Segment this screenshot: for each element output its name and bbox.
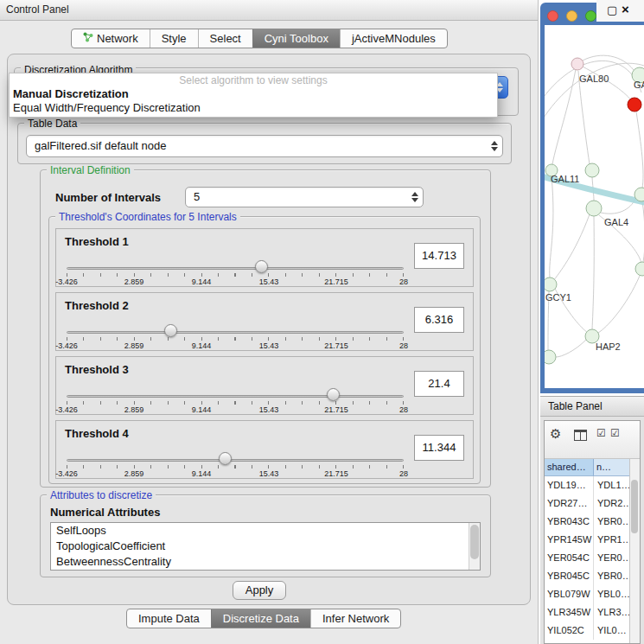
column-header-shared-name[interactable]: shared…	[545, 459, 594, 476]
cell: YBL0…	[595, 585, 629, 603]
cell: YER054C	[545, 549, 594, 567]
cell: YIL052C	[545, 622, 594, 640]
list-item[interactable]: SelfLoops	[51, 523, 480, 539]
attributes-group-title: Attributes to discretize	[47, 489, 156, 501]
table-data-combobox-value: galFiltered.sif default node	[35, 136, 166, 156]
gear-icon[interactable]: ⚙	[550, 426, 561, 442]
table-panel: ⚙ ☑ ☑ shared… n… YDL19…YDL1… YDR27…YDR2……	[540, 417, 644, 644]
scale-tick-label: -3.426	[55, 405, 78, 414]
scale-tick-label: 28	[399, 341, 408, 350]
panel-window-buttons: ▢ ×	[596, 0, 644, 22]
zoom-traffic-light[interactable]	[585, 10, 596, 22]
scale-tick-label: 2.859	[124, 277, 144, 286]
scale-tick-label: 9.144	[192, 405, 212, 414]
columns-icon[interactable]	[574, 430, 587, 441]
table-row[interactable]: YBR043CYBR0…	[545, 513, 629, 531]
num-intervals-label: Number of Intervals	[55, 191, 161, 204]
tab-jactivemnodules[interactable]: jActiveMNodules	[340, 29, 447, 48]
apply-button[interactable]: Apply	[233, 581, 286, 600]
tab-style[interactable]: Style	[150, 29, 198, 48]
bottom-tabbar: Impute Data Discretize Data Infer Networ…	[126, 609, 401, 628]
popup-option-manual-discretization[interactable]: Manual Discretization	[10, 87, 497, 100]
table-row[interactable]: YER054CYER0…	[545, 549, 629, 567]
control-panel-tabbar: Network Style Select Cyni Toolbox jActiv…	[71, 29, 448, 48]
interval-definition-title: Interval Definition	[47, 164, 134, 176]
table-scrollbar[interactable]	[629, 459, 640, 643]
popup-option-equal-width[interactable]: Equal Width/Frequency Discretization	[10, 101, 497, 114]
scale-tick-label: 21.715	[324, 341, 348, 350]
tab-label: Infer Network	[322, 609, 389, 628]
control-panel-titlebar: Control Panel	[0, 0, 538, 21]
slider-thumb[interactable]	[164, 324, 177, 337]
list-item[interactable]: TopologicalCoefficient	[51, 539, 480, 554]
minimize-traffic-light[interactable]	[566, 10, 577, 22]
tab-label: Impute Data	[138, 609, 200, 628]
column-header-name[interactable]: n…	[594, 459, 629, 476]
tab-cyni-toolbox[interactable]: Cyni Toolbox	[252, 29, 340, 48]
cell: YBR0…	[595, 567, 629, 585]
network-canvas[interactable]: GAL80GAGAL11GAL4GCY1HAP2	[545, 25, 644, 388]
table-row[interactable]: YIL052CYIL0…	[545, 622, 629, 640]
threshold-panel: Threshold 1 14.713 -3.426 2.859 9.144 15…	[55, 228, 474, 287]
cell: YPR1…	[595, 531, 629, 549]
scale-tick-label: 2.859	[124, 469, 144, 478]
cell: YPR145W	[545, 531, 594, 549]
tab-impute-data[interactable]: Impute Data	[127, 609, 211, 628]
cell: YBR045C	[545, 567, 594, 585]
slider-track[interactable]	[67, 395, 404, 398]
cell: YDL1…	[595, 476, 629, 494]
table-row[interactable]: YDL19…YDL1…	[545, 476, 629, 494]
cell: YDL19…	[545, 476, 594, 494]
cell: YIL0…	[595, 622, 629, 640]
slider-thumb[interactable]	[219, 452, 232, 465]
table-data-combobox[interactable]: galFiltered.sif default node	[26, 135, 503, 157]
table-row[interactable]: YLR345WYLR3…	[545, 603, 629, 622]
tab-network[interactable]: Network	[72, 29, 150, 48]
checkbox-icon[interactable]: ☑	[610, 427, 620, 439]
popup-prompt: Select algorithm to view settings	[10, 74, 497, 86]
tab-discretize-data[interactable]: Discretize Data	[211, 609, 310, 628]
slider-scale: -3.426 2.859 9.144 15.43 21.715 28	[67, 405, 404, 415]
scale-tick-label: 28	[399, 405, 408, 414]
attributes-listbox: SelfLoops TopologicalCoefficient Between…	[50, 522, 481, 571]
float-window-icon[interactable]: ▢	[607, 3, 617, 16]
scale-tick-label: 21.715	[324, 469, 348, 478]
tab-label: Select	[210, 29, 241, 48]
num-intervals-combobox[interactable]: 5	[185, 187, 424, 207]
scale-tick-label: 28	[399, 469, 408, 478]
threshold-value-field[interactable]: 6.316	[414, 307, 464, 333]
list-scrollbar[interactable]	[469, 523, 480, 570]
slider-thumb[interactable]	[327, 388, 340, 401]
tab-infer-network[interactable]: Infer Network	[310, 609, 400, 628]
cell: YLR3…	[595, 603, 629, 622]
scale-tick-label: 15.43	[259, 405, 279, 414]
tab-label: jActiveMNodules	[352, 29, 436, 48]
table-row[interactable]: YBR045CYBR0…	[545, 567, 629, 585]
scale-tick-label: 15.43	[259, 469, 279, 478]
table-scrollbar-thumb[interactable]	[631, 480, 638, 533]
table-row[interactable]: YBL079WYBL0…	[545, 585, 629, 603]
threshold-value-field[interactable]: 14.713	[414, 243, 464, 269]
list-item[interactable]: BetweennessCentrality	[51, 554, 480, 570]
checkbox-icon[interactable]: ☑	[596, 427, 606, 439]
table-row[interactable]: YDR27…YDR2…	[545, 494, 629, 513]
slider-track[interactable]	[67, 459, 404, 462]
threshold-panel: Threshold 3 21.4 -3.426 2.859 9.144 15.4…	[55, 356, 474, 415]
slider-track[interactable]	[67, 331, 404, 334]
scale-tick-label: 21.715	[324, 277, 348, 286]
table-row[interactable]: YPR145WYPR1…	[545, 531, 629, 549]
scale-tick-label: -3.426	[55, 277, 78, 286]
close-traffic-light[interactable]	[547, 10, 558, 22]
tab-select[interactable]: Select	[198, 29, 252, 48]
list-scrollbar-thumb[interactable]	[470, 525, 479, 559]
close-window-icon[interactable]: ×	[622, 2, 629, 16]
slider-thumb[interactable]	[255, 260, 268, 273]
cell: YBR0…	[595, 513, 629, 531]
slider-scale: -3.426 2.859 9.144 15.43 21.715 28	[67, 341, 404, 351]
slider-track[interactable]	[67, 267, 404, 270]
threshold-value-field[interactable]: 21.4	[414, 371, 464, 397]
scale-tick-label: 9.144	[192, 469, 212, 478]
threshold-value-field[interactable]: 11.344	[414, 435, 464, 461]
scale-tick-label: 2.859	[124, 341, 144, 350]
cell: YDR2…	[595, 494, 629, 513]
